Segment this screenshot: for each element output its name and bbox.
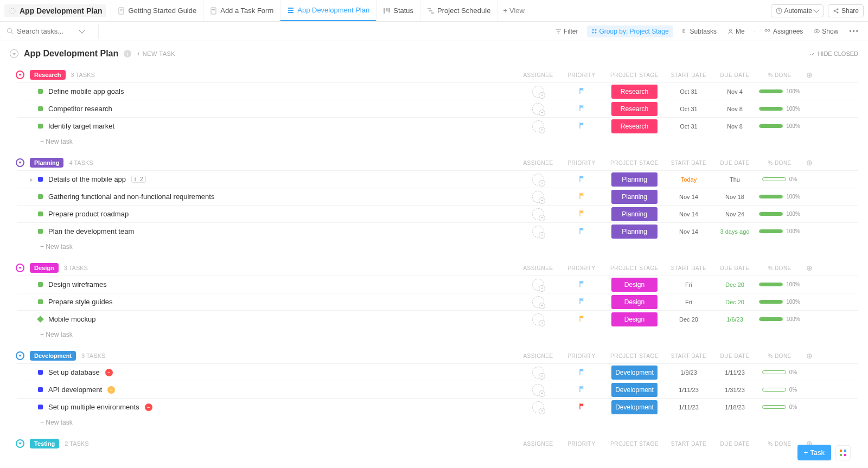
add-view-button[interactable]: + View (497, 0, 530, 21)
tab-status[interactable]: Status (376, 0, 420, 21)
status-badge[interactable]: − (105, 369, 113, 376)
progress-cell[interactable]: 0% (758, 369, 801, 375)
start-date-cell[interactable]: Fri (666, 281, 712, 288)
progress-cell[interactable]: 100% (758, 211, 801, 217)
col-done[interactable]: % DONE (758, 160, 801, 166)
assignee-picker[interactable] (532, 367, 544, 379)
status-square[interactable] (38, 370, 43, 375)
col-priority[interactable]: PRIORITY (560, 441, 603, 447)
assignee-picker[interactable] (532, 401, 544, 413)
task-row[interactable]: Identify target market Research Oct 31 N… (17, 117, 858, 134)
due-date-cell[interactable]: Thu (712, 176, 758, 183)
start-date-cell[interactable]: 1/11/23 (666, 387, 712, 393)
col-due[interactable]: DUE DATE (712, 353, 758, 359)
status-square[interactable] (38, 194, 43, 199)
stage-cell[interactable]: Development (611, 400, 658, 414)
add-column-button[interactable]: ⊕ (801, 264, 818, 272)
start-date-cell[interactable]: 1/9/23 (666, 369, 712, 376)
priority-cell[interactable] (560, 280, 603, 289)
subtasks-button[interactable]: Subtasks (680, 27, 719, 36)
stage-cell[interactable]: Development (611, 383, 658, 397)
start-date-cell[interactable]: Today (666, 176, 712, 183)
more-button[interactable]: ••• (847, 27, 861, 36)
due-date-cell[interactable]: Nov 24 (712, 211, 758, 217)
new-task-fab[interactable]: +Task (797, 445, 831, 460)
start-date-cell[interactable]: Oct 31 (666, 106, 712, 112)
progress-cell[interactable]: 100% (758, 299, 801, 305)
status-badge[interactable]: − (107, 386, 115, 394)
progress-cell[interactable]: 100% (758, 194, 801, 200)
col-due[interactable]: DUE DATE (712, 441, 758, 447)
progress-cell[interactable]: 100% (758, 281, 801, 287)
automate-button[interactable]: Automate (771, 4, 824, 17)
progress-cell[interactable]: 100% (758, 316, 801, 322)
group-chip[interactable]: Research (30, 70, 66, 80)
show-button[interactable]: Show (812, 27, 840, 36)
group-collapse-toggle[interactable] (16, 351, 24, 360)
group-by-button[interactable]: Group by: Project Stage (587, 25, 673, 37)
start-date-cell[interactable]: Dec 20 (666, 316, 712, 323)
col-priority[interactable]: PRIORITY (560, 72, 603, 78)
col-assignee[interactable]: ASSIGNEE (516, 72, 560, 78)
task-row[interactable]: Define mobile app goals Research Oct 31 … (17, 82, 858, 100)
stage-cell[interactable]: Planning (611, 190, 658, 204)
assignee-picker[interactable] (532, 120, 544, 132)
task-row[interactable]: API development − Development 1/11/23 1/… (17, 381, 858, 398)
assignees-button[interactable]: Assignees (762, 27, 805, 36)
tab-project-schedule[interactable]: Project Schedule (420, 0, 497, 21)
status-square[interactable] (38, 299, 43, 304)
priority-cell[interactable] (560, 105, 603, 113)
start-date-cell[interactable]: Nov 14 (666, 194, 712, 200)
status-square[interactable] (38, 387, 43, 392)
group-collapse-toggle[interactable] (16, 264, 24, 272)
due-date-cell[interactable]: 1/31/23 (712, 387, 758, 393)
task-row[interactable]: Set up database − Development 1/9/23 1/1… (17, 363, 858, 381)
status-square[interactable] (38, 124, 43, 129)
status-square[interactable] (38, 211, 43, 216)
task-row[interactable]: Gathering functional and non-functional … (17, 188, 858, 205)
priority-cell[interactable] (560, 403, 603, 412)
task-row[interactable]: Set up multiple environments − Developme… (17, 398, 858, 415)
col-start[interactable]: START DATE (666, 265, 712, 271)
col-due[interactable]: DUE DATE (712, 72, 758, 78)
info-icon[interactable]: i (124, 50, 131, 57)
due-date-cell[interactable]: 3 days ago (712, 228, 758, 235)
col-stage[interactable]: PROJECT STAGE (603, 265, 666, 271)
status-square[interactable] (37, 316, 44, 323)
assignee-picker[interactable] (532, 296, 544, 308)
assignee-picker[interactable] (532, 279, 544, 291)
due-date-cell[interactable]: Nov 4 (712, 88, 758, 95)
col-stage[interactable]: PROJECT STAGE (603, 353, 666, 359)
start-date-cell[interactable]: Fri (666, 299, 712, 305)
progress-cell[interactable]: 100% (758, 123, 801, 129)
stage-cell[interactable]: Planning (611, 225, 658, 239)
stage-cell[interactable]: Planning (611, 172, 658, 187)
progress-cell[interactable]: 0% (758, 404, 801, 410)
progress-cell[interactable]: 100% (758, 228, 801, 234)
progress-cell[interactable]: 100% (758, 88, 801, 94)
col-done[interactable]: % DONE (758, 72, 801, 78)
search-box[interactable] (7, 24, 99, 39)
col-start[interactable]: START DATE (666, 353, 712, 359)
chevron-down-icon[interactable] (79, 27, 85, 33)
filter-button[interactable]: Filter (553, 27, 580, 36)
task-row[interactable]: Details of the mobile app 2 Planning Tod… (17, 170, 858, 188)
tab-add-a-task-form[interactable]: Add a Task Form (203, 0, 280, 21)
new-task-row[interactable]: + New task (17, 415, 858, 426)
stage-cell[interactable]: Development (611, 366, 658, 380)
start-date-cell[interactable]: Oct 31 (666, 123, 712, 130)
search-input[interactable] (17, 27, 76, 35)
task-row[interactable]: Competitor research Research Oct 31 Nov … (17, 100, 858, 117)
assignee-picker[interactable] (532, 384, 544, 396)
progress-cell[interactable]: 0% (758, 176, 801, 182)
due-date-cell[interactable]: Nov 18 (712, 194, 758, 200)
col-assignee[interactable]: ASSIGNEE (516, 265, 560, 271)
col-stage[interactable]: PROJECT STAGE (603, 72, 666, 78)
tab-app-development-plan[interactable]: App Development Plan (280, 0, 376, 21)
assignee-picker[interactable] (532, 103, 544, 115)
me-button[interactable]: Me (725, 27, 747, 36)
assignee-picker[interactable] (532, 174, 544, 185)
group-chip[interactable]: Design (30, 263, 59, 273)
start-date-cell[interactable]: Nov 14 (666, 211, 712, 217)
assignee-picker[interactable] (532, 191, 544, 203)
